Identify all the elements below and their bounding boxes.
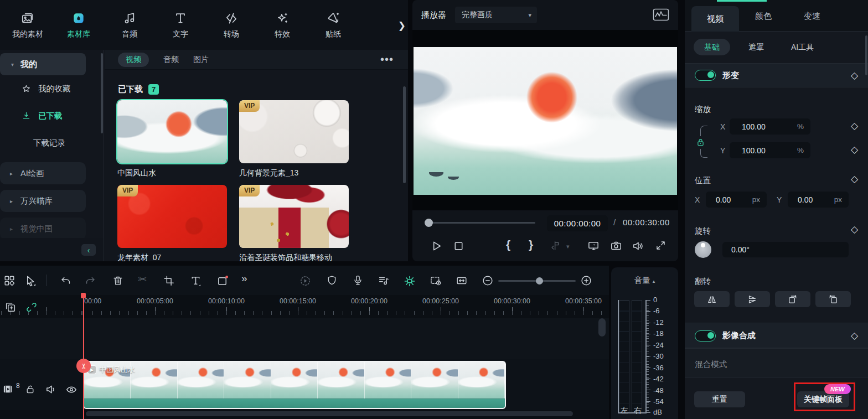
add-track-button[interactable] <box>4 301 17 313</box>
sidebar-group-vcg[interactable]: ▸ 视觉中国 <box>0 218 86 240</box>
keyframe-diamond-icon[interactable]: ◇ <box>851 174 858 184</box>
nav-effects[interactable]: 特效 <box>264 11 301 39</box>
voiceover-button[interactable] <box>352 275 364 286</box>
volume-title[interactable]: 音量 ▴ <box>611 275 678 286</box>
rotate-field[interactable]: 0.00° <box>722 242 849 257</box>
media-layout-button[interactable] <box>3 275 16 287</box>
zoom-slider-handle[interactable] <box>536 277 543 284</box>
current-time[interactable]: 00:00:00:00 <box>547 215 608 231</box>
redo-button[interactable] <box>84 275 96 287</box>
flip-horizontal-button[interactable] <box>694 291 730 307</box>
marker-dropdown[interactable]: ▾ <box>566 243 570 250</box>
preview-quality-button[interactable] <box>430 275 442 287</box>
scale-y-field[interactable]: 100.00 % <box>730 142 810 158</box>
preview-stage[interactable] <box>412 30 678 210</box>
keyframe-diamond-icon[interactable]: ◇ <box>851 225 858 234</box>
keyframe-diamond-icon[interactable]: ◇ <box>851 121 858 131</box>
quality-dropdown[interactable]: 完整画质 ▾ <box>455 7 537 23</box>
scope-button[interactable] <box>653 8 669 21</box>
nav-my-media[interactable]: 我的素材 <box>9 11 46 39</box>
render-preview-button[interactable] <box>299 275 312 287</box>
seek-bar[interactable] <box>427 222 535 224</box>
sidebar-group-ai-painting[interactable]: ▸ AI绘画 <box>0 162 86 184</box>
sidebar-group-wondershare-library[interactable]: ▸ 万兴喵库 <box>0 190 86 212</box>
timeline-vertical-scrollbar[interactable] <box>598 318 606 337</box>
sidebar-item-downloaded[interactable]: 已下载 <box>0 102 104 130</box>
nav-audio[interactable]: 音频 <box>111 11 148 39</box>
nav-library[interactable]: 素材库 <box>60 11 97 39</box>
transform-toggle[interactable] <box>695 70 716 81</box>
tab-video-props[interactable]: 视频 <box>691 6 739 32</box>
subtab-mask[interactable]: 遮罩 <box>748 43 764 53</box>
keyframe-diamond-icon[interactable]: ◇ <box>851 145 858 154</box>
inspector-scrollbar[interactable] <box>865 35 867 75</box>
tab-speed[interactable]: 变速 <box>795 0 829 32</box>
track-lane-upper[interactable] <box>0 318 609 359</box>
subtab-ai-tools[interactable]: AI工具 <box>791 43 814 53</box>
record-placeholder-button[interactable] <box>216 275 229 287</box>
rotate-knob[interactable] <box>695 241 711 258</box>
scale-x-field[interactable]: 100.00 % <box>730 118 810 135</box>
fullscreen-button[interactable] <box>655 240 666 251</box>
rotate-cw-button[interactable] <box>775 291 810 307</box>
media-card-dragon-year[interactable]: VIP <box>117 185 227 248</box>
sidebar-collapse-button[interactable]: ‹ <box>81 244 96 256</box>
position-x-field[interactable]: 0.00 px <box>706 192 767 208</box>
tab-color[interactable]: 颜色 <box>747 0 780 32</box>
delete-button[interactable] <box>112 275 124 287</box>
reset-button[interactable]: 重置 <box>694 391 745 407</box>
link-clips-button[interactable] <box>25 301 38 313</box>
playhead-trim-handle[interactable]: ✂ <box>76 359 91 373</box>
select-tool-button[interactable] <box>24 275 37 287</box>
audio-mixer-button[interactable] <box>378 275 390 287</box>
sidebar-item-mine[interactable]: ▾ 我的 <box>0 53 86 75</box>
nav-text[interactable]: 文字 <box>162 11 199 39</box>
media-card-geometric[interactable]: VIP <box>239 100 349 163</box>
split-button[interactable]: ✂ <box>138 273 147 286</box>
keyframe-diamond-icon[interactable]: ◇ <box>851 331 858 340</box>
tab-video[interactable]: 视频 <box>118 53 149 67</box>
position-y-field[interactable]: 0.00 px <box>788 192 849 208</box>
mark-in-button[interactable]: { <box>506 238 510 251</box>
timeline-ruler[interactable]: 00:00 00:00:05:00 00:00:10:00 00:00:15:0… <box>0 295 609 318</box>
more-tools-button[interactable]: » <box>241 272 247 284</box>
timeline-clip[interactable]: ▶ 中国风山水 <box>83 361 506 409</box>
library-scrollbar[interactable] <box>403 86 406 183</box>
sidebar-scrollbar[interactable] <box>101 53 103 133</box>
tab-audio[interactable]: 音频 <box>163 55 179 65</box>
sidebar-item-download-history[interactable]: 下载记录 <box>0 130 104 157</box>
mark-out-button[interactable]: } <box>529 238 533 251</box>
mute-track-button[interactable] <box>45 383 58 396</box>
nav-stickers[interactable]: 贴纸 <box>314 11 352 39</box>
nav-transition[interactable]: 转场 <box>213 11 250 39</box>
lock-track-button[interactable] <box>24 384 36 395</box>
fit-timeline-button[interactable] <box>456 275 468 287</box>
playhead[interactable] <box>83 295 84 419</box>
undo-button[interactable] <box>60 275 72 287</box>
marker-button[interactable] <box>550 240 562 252</box>
timeline-horizontal-scrollbar[interactable] <box>86 411 573 416</box>
crop-button[interactable] <box>163 275 175 287</box>
nav-expand-chevron-icon[interactable]: ❯ <box>398 20 406 32</box>
zoom-out-button[interactable] <box>482 275 494 287</box>
rotate-ccw-button[interactable] <box>815 291 851 307</box>
mute-button[interactable] <box>632 240 644 252</box>
seek-handle[interactable] <box>425 219 433 227</box>
scale-lock[interactable] <box>696 136 705 149</box>
media-card-landscape[interactable] <box>117 100 227 163</box>
play-button[interactable] <box>430 240 443 252</box>
compositing-toggle[interactable] <box>695 330 716 342</box>
keyframe-highlight-button[interactable] <box>403 275 416 288</box>
shield-button[interactable] <box>326 275 338 286</box>
stop-button[interactable] <box>452 240 465 252</box>
zoom-slider[interactable] <box>498 280 576 282</box>
track-type-button[interactable] <box>2 383 15 396</box>
subtab-basic[interactable]: 基础 <box>694 39 730 55</box>
snapshot-button[interactable] <box>610 240 622 252</box>
tab-picture[interactable]: 图片 <box>193 55 209 65</box>
flip-vertical-button[interactable] <box>735 291 770 307</box>
sidebar-item-favorites[interactable]: 我的收藏 <box>0 75 104 102</box>
media-card-christmas[interactable]: VIP <box>239 185 349 248</box>
zoom-in-button[interactable] <box>580 275 592 287</box>
more-options-icon[interactable]: ••• <box>380 53 394 66</box>
